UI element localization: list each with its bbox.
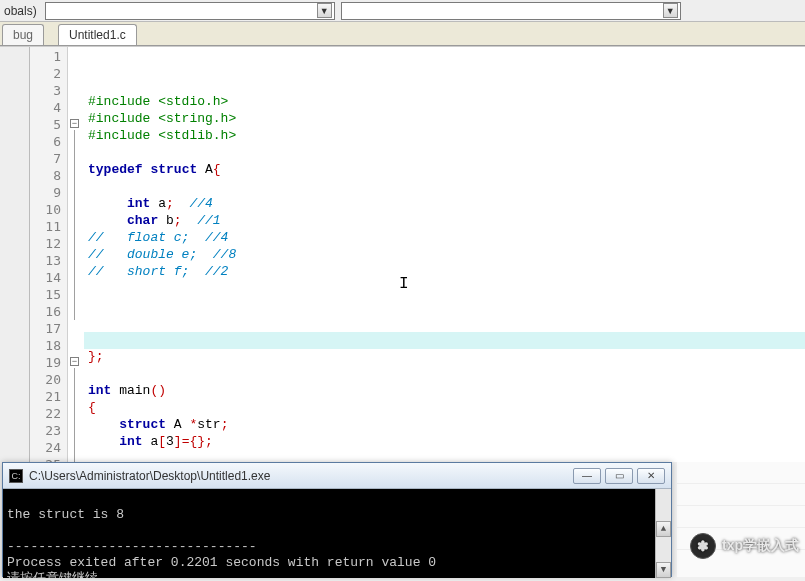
line-number: 8: [30, 168, 67, 185]
top-toolbar: obals) ▼ ▼: [0, 0, 805, 22]
code-line[interactable]: // double e; //8: [84, 247, 805, 264]
code-area[interactable]: I #include <stdio.h>#include <string.h>#…: [84, 47, 805, 462]
line-number: 13: [30, 253, 67, 270]
code-line[interactable]: #include <stdlib.h>: [84, 128, 805, 145]
right-side-panel: [677, 462, 805, 577]
fold-guide-line: [74, 130, 75, 320]
console-line: the struct is 8: [7, 507, 124, 522]
close-button[interactable]: ✕: [637, 468, 665, 484]
line-number: 12: [30, 236, 67, 253]
fold-toggle-icon[interactable]: −: [70, 357, 79, 366]
console-window[interactable]: C: C:\Users\Administrator\Desktop\Untitl…: [2, 462, 672, 577]
chevron-down-icon: ▼: [317, 3, 332, 18]
scope-combobox[interactable]: ▼: [45, 2, 335, 20]
line-number: 7: [30, 151, 67, 168]
line-number: 19: [30, 355, 67, 372]
line-number: 14: [30, 270, 67, 287]
line-number: 10: [30, 202, 67, 219]
chevron-down-icon: ▼: [663, 3, 678, 18]
code-line[interactable]: // short f; //2: [84, 264, 805, 281]
code-editor[interactable]: 1234567891011121314151617181920212223242…: [0, 46, 805, 462]
class-browser-pane: [0, 47, 30, 462]
line-number: 24: [30, 440, 67, 457]
line-number: 23: [30, 423, 67, 440]
line-number: 17: [30, 321, 67, 338]
console-app-icon: C:: [9, 469, 23, 483]
watermark-text: txp学嵌入式: [722, 537, 799, 555]
code-line[interactable]: // float c; //4: [84, 230, 805, 247]
code-line[interactable]: [84, 298, 805, 315]
scroll-down-icon[interactable]: ▼: [656, 562, 671, 578]
symbol-combobox[interactable]: ▼: [341, 2, 681, 20]
wechat-icon: ✽: [690, 533, 716, 559]
console-output[interactable]: the struct is 8 ------------------------…: [3, 489, 671, 578]
line-number: 2: [30, 66, 67, 83]
console-line: 请按任意键继续. . .: [7, 571, 137, 578]
tab-file[interactable]: Untitled1.c: [58, 24, 137, 45]
line-number: 18: [30, 338, 67, 355]
line-number: 20: [30, 372, 67, 389]
code-line[interactable]: [84, 179, 805, 196]
fold-guide-line: [74, 368, 75, 468]
code-line[interactable]: int a; //4: [84, 196, 805, 213]
line-number-gutter: 1234567891011121314151617181920212223242…: [30, 47, 68, 462]
line-number: 5: [30, 117, 67, 134]
console-scrollbar[interactable]: ▲ ▼: [655, 489, 671, 578]
fold-toggle-icon[interactable]: −: [70, 119, 79, 128]
line-number: 21: [30, 389, 67, 406]
tab-bar: bug Untitled1.c: [0, 22, 805, 46]
code-line[interactable]: #include <string.h>: [84, 111, 805, 128]
line-number: 22: [30, 406, 67, 423]
line-number: 4: [30, 100, 67, 117]
code-line[interactable]: #include <stdio.h>: [84, 94, 805, 111]
maximize-button[interactable]: ▭: [605, 468, 633, 484]
code-line[interactable]: [84, 315, 805, 332]
line-number: 11: [30, 219, 67, 236]
line-number: 1: [30, 49, 67, 66]
code-line[interactable]: [84, 281, 805, 298]
code-line[interactable]: };: [84, 349, 805, 366]
code-line[interactable]: int main(): [84, 383, 805, 400]
scroll-up-icon[interactable]: ▲: [656, 521, 671, 537]
line-number: 16: [30, 304, 67, 321]
code-line[interactable]: {: [84, 400, 805, 417]
code-line[interactable]: [84, 366, 805, 383]
code-line[interactable]: struct A *str;: [84, 417, 805, 434]
line-number: 3: [30, 83, 67, 100]
console-line: Process exited after 0.2201 seconds with…: [7, 555, 436, 570]
code-line[interactable]: [84, 145, 805, 162]
watermark: ✽ txp学嵌入式: [690, 533, 799, 559]
line-number: 9: [30, 185, 67, 202]
minimize-button[interactable]: —: [573, 468, 601, 484]
fold-column[interactable]: − −: [68, 47, 84, 462]
code-line[interactable]: [84, 332, 805, 349]
console-line: --------------------------------: [7, 539, 257, 554]
code-line[interactable]: char b; //1: [84, 213, 805, 230]
line-number: 15: [30, 287, 67, 304]
code-line[interactable]: int a[3]={};: [84, 434, 805, 451]
globals-label: obals): [0, 4, 41, 18]
console-title: C:\Users\Administrator\Desktop\Untitled1…: [29, 469, 569, 483]
code-line[interactable]: typedef struct A{: [84, 162, 805, 179]
line-number: 6: [30, 134, 67, 151]
tab-debug[interactable]: bug: [2, 24, 44, 45]
console-titlebar[interactable]: C: C:\Users\Administrator\Desktop\Untitl…: [3, 463, 671, 489]
